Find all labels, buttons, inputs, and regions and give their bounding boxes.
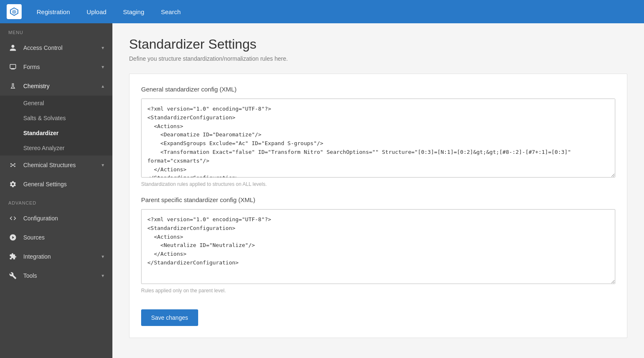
general-section-label: General standardizer config (XML) <box>141 86 615 93</box>
nav-staging[interactable]: Staging <box>117 5 151 19</box>
tools-chevron: ▾ <box>102 273 104 279</box>
molecule-icon <box>8 160 17 170</box>
svg-line-7 <box>12 164 12 165</box>
sources-label: Sources <box>23 234 104 241</box>
sidebar-item-general-settings[interactable]: General Settings <box>0 175 112 194</box>
topnav: Registration Upload Staging Search <box>0 0 644 23</box>
svg-point-3 <box>10 163 12 165</box>
forms-chevron: ▾ <box>102 64 104 70</box>
nav-upload[interactable]: Upload <box>80 5 113 19</box>
app-logo <box>7 4 22 19</box>
settings-card: General standardizer config (XML) Standa… <box>129 74 627 338</box>
chemistry-chevron: ▴ <box>102 83 104 89</box>
main-layout: MENU Access Control ▾ Forms ▾ <box>0 23 644 358</box>
puzzle-icon <box>8 252 17 261</box>
svg-point-5 <box>10 166 12 167</box>
access-control-label: Access Control <box>23 44 102 51</box>
parent-section-label: Parent specific standardizer config (XML… <box>141 196 615 203</box>
menu-section-label: MENU <box>0 23 112 38</box>
parent-xml-textarea[interactable] <box>141 209 615 284</box>
sources-icon <box>8 233 17 242</box>
topnav-links: Registration Upload Staging Search <box>30 5 187 19</box>
sidebar-item-salts[interactable]: Salts & Solvates <box>0 111 112 126</box>
advanced-section-label: ADVANCED <box>0 194 112 209</box>
integration-label: Integration <box>23 253 102 260</box>
sidebar-item-configuration[interactable]: Configuration <box>0 209 112 228</box>
sidebar-item-chemistry[interactable]: Chemistry ▴ <box>0 77 112 96</box>
sidebar-item-integration[interactable]: Integration ▾ <box>0 247 112 266</box>
chemical-structures-chevron: ▾ <box>102 162 104 168</box>
person-icon <box>8 43 17 52</box>
sidebar-item-standardizer[interactable]: Standardizer <box>0 126 112 141</box>
tools-label: Tools <box>23 272 102 279</box>
main-content: Standardizer Settings Define you structu… <box>112 23 644 358</box>
svg-point-6 <box>14 166 15 167</box>
integration-chevron: ▾ <box>102 254 104 259</box>
access-control-chevron: ▾ <box>102 45 104 51</box>
sidebar-item-sources[interactable]: Sources <box>0 228 112 247</box>
page-title: Standardizer Settings <box>129 37 627 52</box>
nav-search[interactable]: Search <box>154 5 187 19</box>
page-subtitle: Define you structure standardization/nor… <box>129 55 627 62</box>
svg-point-2 <box>12 165 14 166</box>
save-button[interactable]: Save changes <box>141 309 198 326</box>
chemistry-label: Chemistry <box>23 83 102 89</box>
chemistry-submenu: General Salts & Solvates Standardizer St… <box>0 96 112 156</box>
wrench-icon <box>8 271 17 280</box>
sidebar-item-access-control[interactable]: Access Control ▾ <box>0 38 112 57</box>
sidebar-item-chemical-structures[interactable]: Chemical Structures ▾ <box>0 156 112 175</box>
code-icon <box>8 214 17 223</box>
configuration-label: Configuration <box>23 215 104 222</box>
forms-label: Forms <box>23 64 102 70</box>
svg-point-4 <box>14 163 15 165</box>
chemical-structures-label: Chemical Structures <box>23 162 102 168</box>
parent-hint: Rules applied only on the parent level. <box>141 288 615 294</box>
general-xml-textarea[interactable] <box>141 99 615 178</box>
general-settings-label: General Settings <box>23 181 104 188</box>
sidebar-item-stereo[interactable]: Stereo Analyzer <box>0 141 112 156</box>
sidebar-item-forms[interactable]: Forms ▾ <box>0 57 112 77</box>
nav-registration[interactable]: Registration <box>30 5 77 19</box>
monitor-icon <box>8 62 17 72</box>
svg-line-9 <box>12 165 12 166</box>
sidebar-item-general[interactable]: General <box>0 96 112 111</box>
sidebar: MENU Access Control ▾ Forms ▾ <box>0 23 112 358</box>
sidebar-item-tools[interactable]: Tools ▾ <box>0 266 112 285</box>
svg-line-10 <box>14 165 15 166</box>
settings-icon <box>8 180 17 189</box>
flask-icon <box>8 81 17 91</box>
general-hint: Standardization rules applied to structu… <box>141 181 615 187</box>
svg-line-8 <box>14 164 15 165</box>
